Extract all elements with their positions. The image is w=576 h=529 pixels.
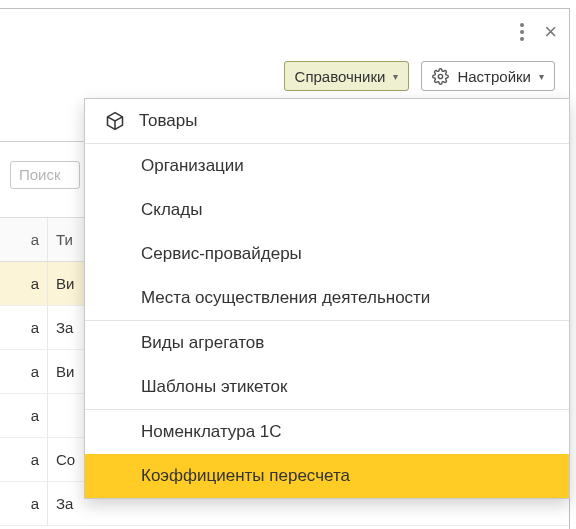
toolbar: Справочники ▾ Настройки ▾ [0,55,569,103]
search-input[interactable]: Поиск [10,161,80,189]
menu-item[interactable]: Места осуществления деятельности [85,276,569,320]
menu-item-label: Коэффициенты пересчета [141,466,350,486]
menu-group: Номенклатура 1СКоэффициенты пересчета [85,409,569,498]
settings-label: Настройки [457,68,531,85]
svg-point-0 [439,74,443,78]
menu-item[interactable]: Склады [85,188,569,232]
menu-item[interactable]: Номенклатура 1С [85,410,569,454]
settings-dropdown-button[interactable]: Настройки ▾ [421,61,555,91]
chevron-down-icon: ▾ [393,71,398,82]
references-dropdown-menu: ТоварыОрганизацииСкладыСервис-провайдеры… [84,98,570,499]
menu-item-label: Организации [141,156,244,176]
menu-item-label: Товары [139,111,197,131]
chevron-down-icon: ▾ [539,71,544,82]
table-cell: а [0,350,48,393]
menu-group: ОрганизацииСкладыСервис-провайдерыМеста … [85,143,569,320]
menu-item[interactable]: Виды агрегатов [85,321,569,365]
menu-item[interactable]: Товары [85,99,569,143]
table-cell: а [0,262,48,305]
menu-item-label: Места осуществления деятельности [141,288,430,308]
menu-item[interactable]: Организации [85,144,569,188]
gear-icon [432,68,449,85]
menu-group: Товары [85,99,569,143]
menu-item[interactable]: Сервис-провайдеры [85,232,569,276]
menu-item-label: Виды агрегатов [141,333,264,353]
menu-item[interactable]: Коэффициенты пересчета [85,454,569,498]
table-cell: а [0,394,48,437]
menu-group: Виды агрегатовШаблоны этикеток [85,320,569,409]
menu-item-label: Склады [141,200,202,220]
kebab-menu-icon[interactable] [520,23,524,41]
titlebar: × [0,9,569,55]
close-icon[interactable]: × [544,21,557,43]
table-cell: а [0,306,48,349]
menu-item-label: Номенклатура 1С [141,422,282,442]
menu-item-label: Шаблоны этикеток [141,377,288,397]
table-cell: а [0,438,48,481]
references-dropdown-button[interactable]: Справочники ▾ [284,61,410,91]
cube-icon [105,111,125,131]
table-cell: а [0,482,48,525]
menu-item[interactable]: Шаблоны этикеток [85,365,569,409]
menu-item-label: Сервис-провайдеры [141,244,302,264]
references-label: Справочники [295,68,386,85]
table-header-cell[interactable]: а [0,218,48,261]
